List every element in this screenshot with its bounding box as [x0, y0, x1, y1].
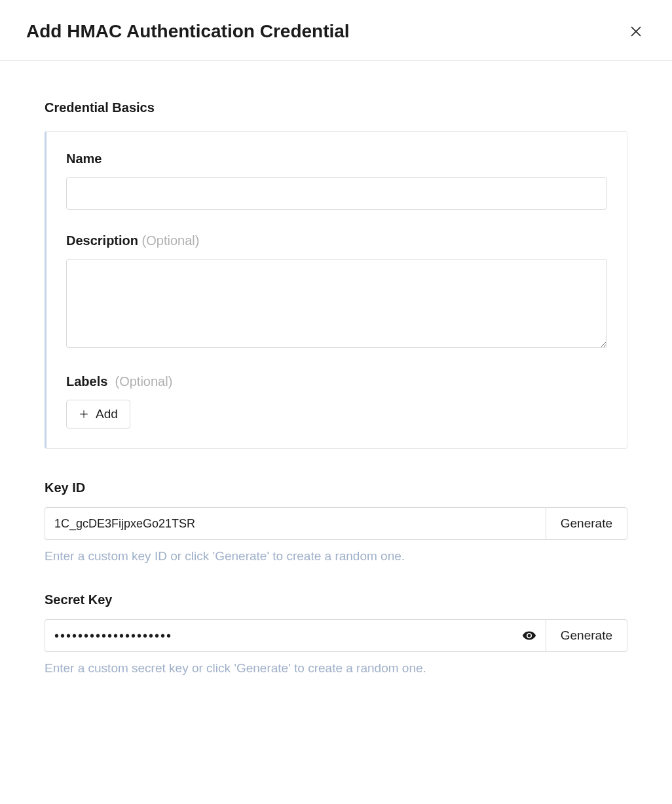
secret-key-input-wrapper — [45, 619, 546, 652]
key-id-input[interactable] — [45, 507, 546, 540]
key-id-label: Key ID — [45, 480, 627, 495]
eye-icon — [522, 628, 536, 643]
description-input[interactable] — [66, 259, 607, 348]
add-label-button[interactable]: Add — [66, 400, 130, 429]
name-input[interactable] — [66, 177, 607, 210]
close-icon — [629, 24, 643, 39]
secret-key-input[interactable] — [45, 619, 546, 652]
name-label: Name — [66, 151, 607, 166]
labels-field-group: Labels (Optional) Add — [66, 374, 607, 429]
key-id-generate-button[interactable]: Generate — [546, 507, 627, 540]
description-field-group: Description (Optional) — [66, 233, 607, 351]
key-id-input-row: Generate — [45, 507, 627, 540]
description-label-text: Description — [66, 233, 138, 248]
basics-card: Name Description (Optional) Labels (Opti… — [45, 131, 627, 449]
labels-label: Labels (Optional) — [66, 374, 607, 389]
dialog-header: Add HMAC Authentication Credential — [0, 0, 672, 61]
key-id-field: Key ID Generate Enter a custom key ID or… — [45, 480, 627, 564]
key-id-helper: Enter a custom key ID or click 'Generate… — [45, 549, 627, 564]
toggle-visibility-button[interactable] — [518, 624, 540, 647]
description-optional: (Optional) — [142, 233, 200, 248]
name-field-group: Name — [66, 151, 607, 210]
dialog-title: Add HMAC Authentication Credential — [26, 21, 350, 42]
description-label: Description (Optional) — [66, 233, 607, 248]
secret-key-label: Secret Key — [45, 592, 627, 607]
secret-key-field: Secret Key Generate Enter a custom secre… — [45, 592, 627, 676]
add-label-text: Add — [96, 407, 118, 421]
secret-key-helper: Enter a custom secret key or click 'Gene… — [45, 661, 627, 676]
labels-optional: (Optional) — [115, 374, 172, 389]
basics-section-title: Credential Basics — [45, 100, 627, 115]
secret-key-generate-button[interactable]: Generate — [546, 619, 627, 652]
dialog-content: Credential Basics Name Description (Opti… — [0, 61, 672, 731]
secret-key-input-row: Generate — [45, 619, 627, 652]
labels-label-text: Labels — [66, 374, 107, 389]
close-button[interactable] — [626, 22, 646, 41]
plus-icon — [79, 409, 89, 419]
